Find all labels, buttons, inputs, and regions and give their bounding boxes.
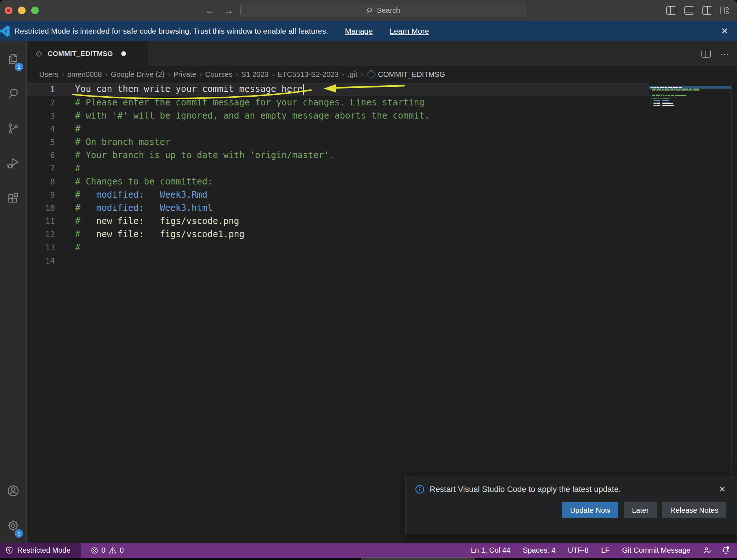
minimap-line: [675, 95, 686, 96]
window-controls: [5, 7, 39, 14]
breadcrumb-separator-icon: ›: [164, 70, 173, 78]
explorer-icon[interactable]: 1: [0, 41, 26, 76]
zoom-window-button[interactable]: [31, 7, 39, 14]
code-line[interactable]: 1You can then write your commit message …: [27, 83, 737, 96]
run-and-debug-icon[interactable]: [0, 146, 26, 180]
line-number: 13: [27, 243, 55, 252]
feedback-icon[interactable]: [703, 546, 712, 555]
tab-commit-editmsg[interactable]: COMMIT_EDITMSG: [27, 41, 148, 66]
learn-more-link[interactable]: Learn More: [390, 27, 429, 36]
warnings-icon: [108, 546, 117, 555]
status-item[interactable]: Ln 1, Col 44: [471, 546, 510, 555]
history-navigation: ← →: [205, 6, 234, 15]
minimap-line: [653, 103, 656, 104]
problems-status[interactable]: 0 0: [90, 546, 124, 555]
toggle-primary-sidebar-icon[interactable]: [666, 6, 676, 15]
notifications-bell-icon[interactable]: [721, 546, 730, 555]
minimap-line: [651, 95, 651, 96]
code-line[interactable]: 3# with '#' will be ignored, and an empt…: [27, 109, 737, 122]
breadcrumb: Users›pmen0008›Google Drive (2)›Private›…: [27, 66, 737, 83]
breadcrumb-item[interactable]: ETC5513-S2-2023: [278, 70, 339, 79]
update-now-button[interactable]: Update Now: [562, 502, 618, 518]
minimap-line: [656, 87, 659, 88]
status-item[interactable]: UTF-8: [568, 546, 589, 555]
line-number: 3: [27, 111, 55, 120]
breadcrumb-item[interactable]: pmen0008: [67, 70, 102, 79]
vscode-logo-icon: [0, 25, 11, 38]
minimize-window-button[interactable]: [18, 7, 26, 14]
status-bar: Restricted Mode 0 0 Ln 1, Col 44Spaces: …: [0, 543, 737, 558]
minimap-line: [679, 87, 682, 88]
warning-count: 0: [120, 546, 124, 555]
line-text: # On branch master: [55, 137, 170, 147]
error-count: 0: [101, 546, 105, 555]
code-line[interactable]: 5# On branch master: [27, 135, 737, 149]
minimap-line: [663, 95, 664, 96]
forward-arrow-icon[interactable]: →: [224, 6, 234, 15]
code-line[interactable]: 2# Please enter the commit message for y…: [27, 96, 737, 109]
status-item[interactable]: LF: [601, 546, 610, 555]
command-center-search[interactable]: Search: [240, 4, 526, 17]
release-notes-button[interactable]: Release Notes: [662, 502, 726, 518]
dock-hint: [361, 557, 475, 560]
toggle-secondary-sidebar-icon[interactable]: [702, 6, 712, 15]
line-number: 9: [27, 190, 55, 199]
status-item[interactable]: Git Commit Message: [622, 546, 690, 555]
breadcrumb-separator-icon: ›: [233, 70, 241, 78]
line-number: 10: [27, 204, 55, 213]
breadcrumb-item[interactable]: S1 2023: [241, 70, 269, 79]
restricted-mode-status[interactable]: Restricted Mode: [0, 543, 81, 558]
git-file-icon: [366, 70, 375, 79]
minimap-line: [652, 90, 655, 91]
minimap-line: [692, 90, 694, 91]
toggle-panel-icon[interactable]: [684, 6, 694, 15]
code-line[interactable]: 13#: [27, 241, 737, 254]
minimap-line: [673, 87, 678, 88]
breadcrumb-item[interactable]: Users: [39, 70, 58, 79]
status-item[interactable]: Spaces: 4: [523, 546, 555, 555]
code-line[interactable]: 12# new file: figs/vscode1.png: [27, 228, 737, 241]
code-line[interactable]: 10# modified: Week3.html: [27, 201, 737, 214]
line-text: # new file: figs/vscode1.png: [55, 229, 244, 239]
search-sidebar-icon[interactable]: [0, 76, 26, 111]
breadcrumb-item[interactable]: Google Drive (2): [111, 70, 164, 79]
more-actions-icon[interactable]: …: [720, 50, 730, 57]
breadcrumb-item[interactable]: Private: [173, 70, 196, 79]
source-control-icon[interactable]: [0, 111, 26, 146]
minimap-line: [651, 102, 651, 102]
back-arrow-icon[interactable]: ←: [205, 6, 215, 15]
account-icon[interactable]: [0, 473, 26, 508]
minimap-line: [660, 98, 662, 99]
code-line[interactable]: 7#: [27, 162, 737, 175]
split-editor-icon[interactable]: [701, 50, 711, 58]
tab-title: COMMIT_EDITMSG: [48, 50, 113, 58]
later-button[interactable]: Later: [624, 502, 657, 518]
code-line[interactable]: 8# Changes to be committed:: [27, 175, 737, 188]
minimap-line: [656, 95, 660, 96]
line-number: 7: [27, 164, 55, 173]
breadcrumb-item[interactable]: .git: [348, 70, 358, 79]
code-line[interactable]: 11# new file: figs/vscode.png: [27, 214, 737, 228]
shield-icon: [5, 546, 14, 555]
customize-layout-icon[interactable]: [720, 6, 731, 15]
breadcrumb-item[interactable]: Courses: [205, 70, 232, 79]
notification-close-icon[interactable]: ✕: [717, 485, 728, 494]
minimap[interactable]: [649, 83, 731, 236]
banner-close-icon[interactable]: ✕: [717, 25, 732, 38]
titlebar: ← → Search: [0, 0, 737, 21]
editor[interactable]: 1You can then write your commit message …: [27, 83, 737, 543]
unsaved-changes-dot[interactable]: [121, 51, 126, 56]
extensions-icon[interactable]: [0, 180, 26, 215]
minimap-line: [651, 92, 651, 93]
minimap-line: [662, 100, 669, 101]
manage-link[interactable]: Manage: [345, 27, 373, 36]
settings-gear-icon[interactable]: 1: [0, 508, 26, 543]
close-window-button[interactable]: [5, 7, 12, 14]
breadcrumb-item[interactable]: COMMIT_EDITMSG: [378, 70, 445, 79]
code-line[interactable]: 6# Your branch is up to date with 'origi…: [27, 149, 737, 162]
code-line[interactable]: 9# modified: Week3.Rmd: [27, 188, 737, 201]
code-line[interactable]: 4#: [27, 122, 737, 135]
breadcrumb-separator-icon: ›: [58, 70, 67, 78]
breadcrumb-separator-icon: ›: [268, 70, 277, 78]
code-line[interactable]: 14: [27, 254, 737, 267]
